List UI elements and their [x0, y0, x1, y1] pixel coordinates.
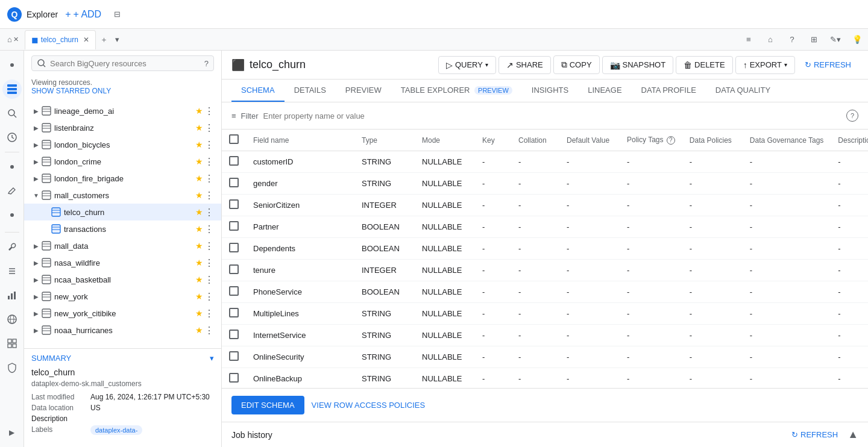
- tree-item-telco-churn[interactable]: telco_churn★⋮: [24, 204, 221, 220]
- rail-icon-compose[interactable]: [2, 181, 22, 201]
- star-icon[interactable]: ★: [195, 224, 203, 234]
- row-checkbox[interactable]: [229, 178, 239, 187]
- tab-data-profile[interactable]: DATA PROFILE: [632, 80, 706, 102]
- star-icon[interactable]: ★: [195, 325, 203, 335]
- snapshot-button[interactable]: 📷 SNAPSHOT: [602, 56, 674, 74]
- tab-table-explorer[interactable]: TABLE EXPLORER PREVIEW: [391, 80, 522, 102]
- star-icon[interactable]: ★: [195, 190, 203, 200]
- more-icon[interactable]: ⋮: [204, 257, 214, 269]
- copy-button[interactable]: ⧉ COPY: [553, 55, 600, 74]
- help-icon[interactable]: ?: [784, 31, 800, 48]
- delete-button[interactable]: 🗑 DELETE: [676, 56, 733, 74]
- rail-icon-1[interactable]: [2, 55, 22, 75]
- menu-icon[interactable]: ≡: [740, 31, 757, 48]
- rail-icon-expand[interactable]: ▶: [2, 423, 22, 442]
- tab-details[interactable]: DETAILS: [285, 80, 336, 102]
- tree-item-nasa-wildfire[interactable]: ▶nasa_wildfire★⋮: [24, 254, 221, 271]
- tree-item-london-crime[interactable]: ▶london_crime★⋮: [24, 153, 221, 170]
- more-icon[interactable]: ⋮: [204, 156, 214, 167]
- add-button[interactable]: + + ADD: [60, 7, 106, 22]
- tab-dropdown-icon[interactable]: ▾: [115, 35, 119, 44]
- more-icon[interactable]: ⋮: [204, 224, 214, 235]
- select-all-checkbox[interactable]: [229, 134, 239, 144]
- rail-icon-wrench[interactable]: [2, 237, 22, 257]
- row-checkbox[interactable]: [229, 351, 239, 361]
- tree-item-lineage-demo-ai[interactable]: ▶lineage_demo_ai★⋮: [24, 102, 221, 119]
- rail-icon-globe[interactable]: [2, 310, 22, 329]
- rail-icon-shield[interactable]: [2, 358, 22, 377]
- row-checkbox[interactable]: [229, 308, 239, 317]
- bulb-icon[interactable]: 💡: [849, 31, 866, 48]
- star-icon[interactable]: ★: [195, 123, 203, 133]
- star-icon[interactable]: ★: [195, 258, 203, 267]
- rail-icon-grid2[interactable]: [2, 334, 22, 353]
- star-icon[interactable]: ★: [195, 275, 203, 284]
- row-checkbox[interactable]: [229, 221, 239, 231]
- export-button[interactable]: ↑ EXPORT ▾: [735, 56, 795, 74]
- tree-item-mall-customers[interactable]: ▼mall_customers★⋮: [24, 187, 221, 204]
- tree-item-london-bicycles[interactable]: ▶london_bicycles★⋮: [24, 136, 221, 153]
- tree-item-transactions[interactable]: transactions★⋮: [24, 220, 221, 237]
- star-icon[interactable]: ★: [195, 106, 203, 116]
- edit-icon[interactable]: ✎▾: [827, 31, 844, 48]
- row-checkbox[interactable]: [229, 264, 239, 274]
- show-starred-link[interactable]: SHOW STARRED ONLY: [31, 87, 111, 95]
- query-button[interactable]: ▷ QUERY ▾: [438, 56, 496, 74]
- more-icon[interactable]: ⋮: [204, 240, 214, 252]
- search-box[interactable]: ?: [31, 55, 214, 71]
- home-tab[interactable]: ⌂ ✕: [2, 35, 24, 44]
- more-icon[interactable]: ⋮: [204, 122, 214, 134]
- tree-item-new-york[interactable]: ▶new_york★⋮: [24, 288, 221, 305]
- more-icon[interactable]: ⋮: [204, 105, 214, 117]
- tab-preview[interactable]: PREVIEW: [336, 80, 391, 102]
- rail-icon-list[interactable]: [2, 261, 22, 281]
- rail-icon-chart[interactable]: [2, 286, 22, 305]
- more-icon[interactable]: ⋮: [204, 190, 214, 201]
- tab-schema[interactable]: SCHEMA: [231, 80, 285, 102]
- collapse-sidebar-button[interactable]: ⊟: [108, 6, 125, 23]
- share-button[interactable]: ↗ SHARE: [498, 56, 551, 74]
- tab-close-icon[interactable]: ✕: [83, 36, 89, 44]
- row-checkbox[interactable]: [229, 373, 239, 383]
- row-checkbox[interactable]: [229, 330, 239, 339]
- rail-icon-dot2[interactable]: [2, 157, 22, 177]
- tree-item-london-fire-brigade[interactable]: ▶london_fire_brigade★⋮: [24, 170, 221, 187]
- add-tab-button[interactable]: ＋: [97, 33, 112, 47]
- star-icon[interactable]: ★: [195, 157, 203, 166]
- row-checkbox[interactable]: [229, 243, 239, 252]
- star-icon[interactable]: ★: [195, 308, 203, 318]
- rail-icon-search[interactable]: [2, 104, 22, 123]
- filter-input[interactable]: [263, 111, 841, 120]
- rail-icon-dot3[interactable]: [2, 205, 22, 225]
- tree-item-ncaa-basketball[interactable]: ▶ncaa_basketball★⋮: [24, 271, 221, 288]
- job-refresh-button[interactable]: ↻ REFRESH: [791, 430, 838, 439]
- home-icon-btn[interactable]: ⌂: [762, 31, 779, 48]
- summary-header[interactable]: SUMMARY ▾: [31, 354, 214, 363]
- tree-item-noaa-hurricanes[interactable]: ▶noaa_hurricanes★⋮: [24, 322, 221, 339]
- star-icon[interactable]: ★: [195, 207, 203, 217]
- more-icon[interactable]: ⋮: [204, 173, 214, 184]
- more-icon[interactable]: ⋮: [204, 308, 214, 319]
- home-close-icon[interactable]: ✕: [13, 36, 19, 43]
- more-icon[interactable]: ⋮: [204, 139, 214, 151]
- more-icon[interactable]: ⋮: [204, 207, 214, 218]
- more-icon[interactable]: ⋮: [204, 291, 214, 302]
- policy-help-icon[interactable]: ?: [667, 136, 675, 145]
- more-icon[interactable]: ⋮: [204, 325, 214, 336]
- tab-lineage[interactable]: LINEAGE: [578, 80, 631, 102]
- more-icon[interactable]: ⋮: [204, 274, 214, 286]
- tab-telco-churn[interactable]: ◼ telco_churn ✕: [25, 30, 96, 49]
- logo-button[interactable]: Q: [5, 5, 24, 24]
- grid-icon[interactable]: ⊞: [805, 31, 822, 48]
- tab-data-quality[interactable]: DATA QUALITY: [706, 80, 780, 102]
- row-checkbox[interactable]: [229, 156, 239, 166]
- search-input[interactable]: [50, 59, 201, 68]
- tree-item-mall-data[interactable]: ▶mall_data★⋮: [24, 237, 221, 254]
- view-row-policies-button[interactable]: VIEW ROW ACCESS POLICIES: [312, 401, 426, 410]
- tab-insights[interactable]: INSIGHTS: [522, 80, 578, 102]
- star-icon[interactable]: ★: [195, 173, 203, 183]
- rail-icon-history[interactable]: [2, 128, 22, 147]
- star-icon[interactable]: ★: [195, 140, 203, 149]
- tree-item-listenbrainz[interactable]: ▶listenbrainz★⋮: [24, 119, 221, 136]
- row-checkbox[interactable]: [229, 199, 239, 209]
